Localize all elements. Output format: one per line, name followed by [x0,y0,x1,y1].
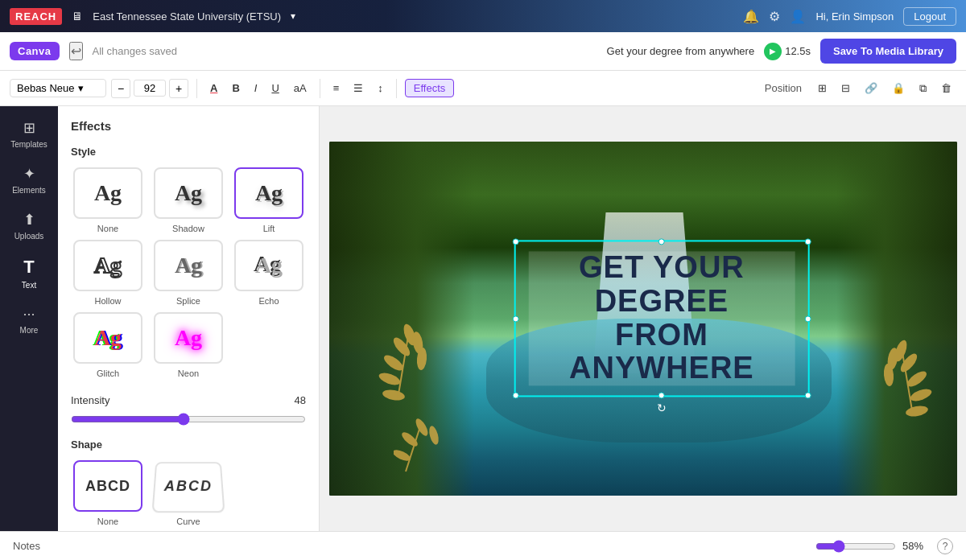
institution-name[interactable]: East Tennessee State University (ETSU) [93,10,281,23]
style-neon-label: Neon [178,369,199,378]
style-glitch-label: Glitch [97,369,119,378]
style-lift-label: Lift [263,224,275,233]
handle-tm[interactable] [658,238,665,245]
reach-topbar: REACH 🖥 East Tennessee State University … [0,0,966,32]
user-icon[interactable]: 👤 [790,9,806,24]
handle-ml[interactable] [513,315,519,322]
lock-button[interactable]: 🔒 [887,79,910,97]
zoom-control: 58% ? [815,538,953,554]
copy-button[interactable]: ⧉ [914,79,931,98]
list-button[interactable]: ☰ [349,79,368,97]
zoom-slider[interactable] [815,540,896,553]
dropdown-icon[interactable]: ▾ [291,10,295,22]
elements-icon: ✦ [23,165,35,183]
canvas-content: ↻ GET YOUR DEGREE FROM ANYWHERE [329,142,957,496]
style-hollow[interactable]: Ag Hollow [71,240,145,306]
text-line-1: GET YOUR DEGREE [529,251,795,319]
intensity-row: Intensity 48 [71,394,306,406]
handle-bm[interactable] [658,393,665,399]
style-shadow[interactable]: Ag Shadow [151,167,225,233]
bold-button[interactable]: B [227,79,244,97]
effects-button[interactable]: Effects [405,79,455,97]
font-color-button[interactable]: A [205,79,222,97]
font-selector[interactable]: Bebas Neue ▾ [10,79,106,97]
shape-curve[interactable]: ABCD Curve [151,460,225,526]
sidebar-item-elements[interactable]: ✦ Elements [5,159,53,201]
svg-point-19 [427,425,440,446]
style-splice[interactable]: Ag Splice [151,240,225,306]
delete-button[interactable]: 🗑 [936,79,956,97]
spacing-button[interactable]: ↕ [373,79,388,97]
font-size-increase[interactable]: + [169,79,188,98]
position-button[interactable]: Position [758,79,808,97]
style-none[interactable]: Ag None [71,167,145,233]
canvas-text-box[interactable]: ↻ GET YOUR DEGREE FROM ANYWHERE [514,240,810,397]
logout-button[interactable]: Logout [903,7,956,26]
style-none-label: None [97,224,118,233]
sidebar-item-templates[interactable]: ⊞ Templates [5,113,53,155]
shape-curve-label: Curve [176,517,200,526]
svg-point-4 [382,389,406,402]
handle-tl[interactable] [513,238,519,245]
undo-button[interactable]: ↩ [69,42,83,60]
group-button[interactable]: ⊞ [813,79,832,97]
style-shadow-label: Shadow [172,224,204,233]
templates-icon: ⊞ [23,119,35,137]
style-lift[interactable]: Ag Lift [232,167,306,233]
canva-right-controls: Get your degree from anywhere ▶ 12.5s Sa… [607,39,956,64]
canvas-main-text: GET YOUR DEGREE FROM ANYWHERE [529,251,795,385]
handle-tr[interactable] [804,238,811,245]
shape-none-preview: ABCD [73,460,142,512]
style-echo[interactable]: Ag Echo [232,240,306,306]
svg-point-12 [905,405,929,418]
shape-grid: ABCD None ABCD Curve [71,460,306,526]
play-icon: ▶ [764,43,782,60]
effects-panel-title: Effects [71,119,306,133]
italic-button[interactable]: I [250,79,262,97]
handle-mr[interactable] [804,315,811,322]
sidebar-item-more[interactable]: ··· More [5,299,53,341]
effects-panel: Effects Style Ag None Ag Shadow Ag Lift … [58,106,320,531]
left-sidebar: ⊞ Templates ✦ Elements ⬆ Uploads T Text … [0,106,58,531]
divider-3 [396,79,397,98]
more-label: More [20,326,39,335]
toolbar-right: Position ⊞ ⊟ 🔗 🔒 ⧉ 🗑 [758,79,956,98]
canvas-area[interactable]: ↻ GET YOUR DEGREE FROM ANYWHERE [320,106,966,531]
shape-none[interactable]: ABCD None [71,460,145,526]
main-layout: ⊞ Templates ✦ Elements ⬆ Uploads T Text … [0,106,966,531]
link-button[interactable]: 🔗 [860,79,882,97]
style-neon[interactable]: Ag Neon [151,312,225,378]
style-neon-preview: Ag [154,312,223,364]
reach-right-controls: 🔔 ⚙ 👤 Hi, Erin Simpson Logout [743,7,956,26]
rotate-handle[interactable]: ↻ [657,402,667,415]
toolbar: Bebas Neue ▾ − + A B I U aA ≡ ☰ ↕ Effect… [0,71,966,106]
style-glitch[interactable]: Ag Glitch [71,312,145,378]
settings-icon[interactable]: ⚙ [769,9,780,24]
elements-label: Elements [12,186,46,195]
font-size-input[interactable] [134,80,166,97]
intensity-slider[interactable] [71,413,306,426]
align-button[interactable]: ≡ [328,79,345,97]
handle-br[interactable] [804,393,811,399]
notes-label: Notes [13,540,806,552]
sidebar-item-uploads[interactable]: ⬆ Uploads [5,204,53,247]
text-label: Text [22,281,36,290]
bell-icon[interactable]: 🔔 [743,9,759,24]
font-name: Bebas Neue [17,82,75,94]
save-status: All changes saved [93,45,178,57]
underline-button[interactable]: U [266,79,283,97]
svg-point-16 [413,417,430,438]
case-button[interactable]: aA [289,79,312,97]
duration-label: 12.5s [785,45,811,57]
intensity-value: 48 [295,394,306,406]
sidebar-item-text[interactable]: T Text [5,250,53,296]
style-section-title: Style [71,146,306,158]
svg-point-11 [908,387,932,404]
font-size-decrease[interactable]: − [111,79,130,98]
save-media-button[interactable]: Save To Media Library [820,39,956,64]
grid-button[interactable]: ⊟ [836,79,855,97]
templates-label: Templates [10,140,47,149]
more-icon: ··· [23,306,35,323]
play-button[interactable]: ▶ 12.5s [764,43,811,60]
help-icon[interactable]: ? [937,538,953,554]
